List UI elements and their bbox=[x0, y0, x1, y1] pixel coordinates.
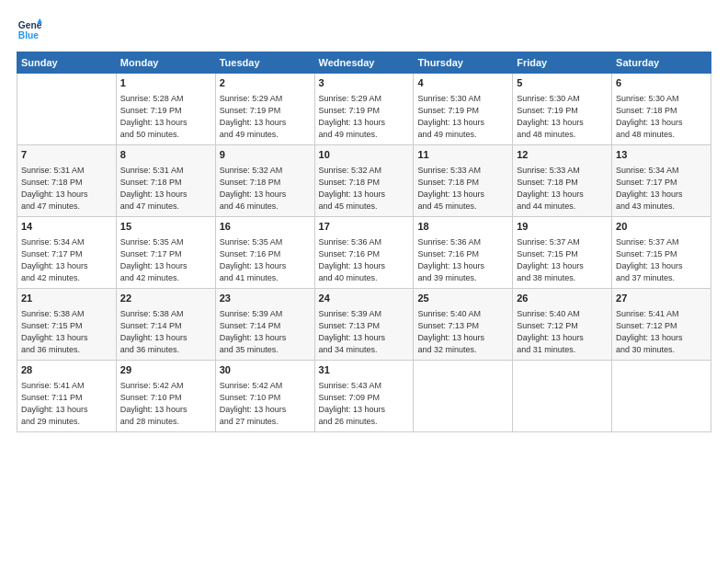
svg-text:Blue: Blue bbox=[18, 30, 40, 40]
column-header-tuesday: Tuesday bbox=[215, 52, 314, 74]
cell-info: Sunrise: 5:33 AM bbox=[417, 165, 508, 177]
calendar-cell: 15Sunrise: 5:35 AMSunset: 7:17 PMDayligh… bbox=[116, 217, 215, 289]
cell-info: Daylight: 13 hours bbox=[517, 260, 608, 272]
calendar-cell: 22Sunrise: 5:38 AMSunset: 7:14 PMDayligh… bbox=[116, 289, 215, 361]
cell-info: and 32 minutes. bbox=[417, 344, 508, 356]
column-header-friday: Friday bbox=[513, 52, 612, 74]
cell-info: and 26 minutes. bbox=[319, 416, 410, 428]
cell-info: Sunrise: 5:42 AM bbox=[120, 380, 211, 392]
cell-info: and 42 minutes. bbox=[21, 272, 112, 284]
cell-info: Sunrise: 5:33 AM bbox=[517, 165, 608, 177]
logo-icon: General Blue bbox=[17, 17, 42, 42]
cell-info: Daylight: 13 hours bbox=[319, 404, 410, 416]
cell-info: Sunrise: 5:34 AM bbox=[616, 165, 707, 177]
cell-info: Sunrise: 5:43 AM bbox=[319, 380, 410, 392]
cell-info: and 49 minutes. bbox=[417, 129, 508, 141]
cell-info: Daylight: 13 hours bbox=[21, 332, 112, 344]
calendar-cell: 1Sunrise: 5:28 AMSunset: 7:19 PMDaylight… bbox=[116, 74, 215, 145]
day-number: 6 bbox=[616, 76, 707, 91]
day-number: 28 bbox=[21, 363, 112, 378]
day-number: 17 bbox=[319, 220, 410, 235]
calendar-cell: 26Sunrise: 5:40 AMSunset: 7:12 PMDayligh… bbox=[513, 289, 612, 361]
cell-info: and 45 minutes. bbox=[417, 201, 508, 213]
calendar-cell bbox=[414, 361, 513, 432]
day-number: 13 bbox=[616, 148, 707, 163]
cell-info: Sunset: 7:19 PM bbox=[120, 105, 211, 117]
cell-info: Daylight: 13 hours bbox=[220, 189, 311, 201]
day-number: 31 bbox=[319, 363, 410, 378]
cell-info: Sunrise: 5:42 AM bbox=[220, 380, 311, 392]
cell-info: Sunrise: 5:36 AM bbox=[417, 236, 508, 248]
calendar-cell bbox=[17, 74, 117, 145]
calendar-cell: 27Sunrise: 5:41 AMSunset: 7:12 PMDayligh… bbox=[612, 289, 711, 361]
cell-info: and 29 minutes. bbox=[21, 416, 112, 428]
calendar-cell: 12Sunrise: 5:33 AMSunset: 7:18 PMDayligh… bbox=[513, 145, 612, 217]
header: General Blue bbox=[17, 17, 711, 42]
cell-info: Sunrise: 5:35 AM bbox=[120, 236, 211, 248]
cell-info: and 47 minutes. bbox=[21, 201, 112, 213]
cell-info: and 27 minutes. bbox=[220, 416, 311, 428]
cell-info: Sunrise: 5:34 AM bbox=[21, 236, 112, 248]
cell-info: Sunset: 7:18 PM bbox=[417, 177, 508, 189]
column-header-thursday: Thursday bbox=[414, 52, 513, 74]
cell-info: Sunset: 7:19 PM bbox=[417, 105, 508, 117]
cell-info: and 44 minutes. bbox=[517, 201, 608, 213]
cell-info: Sunrise: 5:30 AM bbox=[616, 93, 707, 105]
cell-info: and 30 minutes. bbox=[616, 344, 707, 356]
cell-info: Daylight: 13 hours bbox=[517, 117, 608, 129]
cell-info: Sunset: 7:19 PM bbox=[517, 105, 608, 117]
cell-info: Daylight: 13 hours bbox=[120, 260, 211, 272]
cell-info: Daylight: 13 hours bbox=[517, 332, 608, 344]
cell-info: Sunset: 7:19 PM bbox=[319, 105, 410, 117]
day-number: 1 bbox=[120, 76, 211, 91]
cell-info: Sunset: 7:16 PM bbox=[319, 248, 410, 260]
cell-info: Daylight: 13 hours bbox=[21, 260, 112, 272]
calendar-cell: 7Sunrise: 5:31 AMSunset: 7:18 PMDaylight… bbox=[17, 145, 117, 217]
cell-info: Sunrise: 5:40 AM bbox=[417, 308, 508, 320]
day-number: 19 bbox=[517, 220, 608, 235]
day-number: 4 bbox=[417, 76, 508, 91]
cell-info: Sunrise: 5:31 AM bbox=[120, 165, 211, 177]
calendar-cell: 11Sunrise: 5:33 AMSunset: 7:18 PMDayligh… bbox=[414, 145, 513, 217]
cell-info: and 39 minutes. bbox=[417, 272, 508, 284]
cell-info: Daylight: 13 hours bbox=[319, 332, 410, 344]
cell-info: Daylight: 13 hours bbox=[616, 189, 707, 201]
cell-info: Sunset: 7:15 PM bbox=[517, 248, 608, 260]
calendar-cell: 25Sunrise: 5:40 AMSunset: 7:13 PMDayligh… bbox=[414, 289, 513, 361]
cell-info: Sunrise: 5:40 AM bbox=[517, 308, 608, 320]
day-number: 25 bbox=[417, 292, 508, 306]
cell-info: Sunrise: 5:37 AM bbox=[616, 236, 707, 248]
cell-info: Sunset: 7:14 PM bbox=[220, 320, 311, 332]
cell-info: and 28 minutes. bbox=[120, 416, 211, 428]
day-number: 21 bbox=[21, 292, 112, 306]
cell-info: and 47 minutes. bbox=[120, 201, 211, 213]
cell-info: Sunrise: 5:38 AM bbox=[21, 308, 112, 320]
cell-info: Sunset: 7:14 PM bbox=[120, 320, 211, 332]
day-number: 29 bbox=[120, 363, 211, 378]
cell-info: Sunset: 7:10 PM bbox=[120, 392, 211, 404]
column-header-sunday: Sunday bbox=[17, 52, 117, 74]
calendar-cell: 23Sunrise: 5:39 AMSunset: 7:14 PMDayligh… bbox=[215, 289, 314, 361]
cell-info: Daylight: 13 hours bbox=[220, 117, 311, 129]
week-row-5: 28Sunrise: 5:41 AMSunset: 7:11 PMDayligh… bbox=[17, 361, 711, 432]
cell-info: Sunset: 7:18 PM bbox=[120, 177, 211, 189]
cell-info: Sunset: 7:17 PM bbox=[21, 248, 112, 260]
cell-info: Daylight: 13 hours bbox=[319, 117, 410, 129]
cell-info: Daylight: 13 hours bbox=[616, 260, 707, 272]
cell-info: and 36 minutes. bbox=[21, 344, 112, 356]
day-number: 2 bbox=[220, 76, 311, 91]
cell-info: Daylight: 13 hours bbox=[319, 189, 410, 201]
cell-info: and 35 minutes. bbox=[220, 344, 311, 356]
calendar-cell: 9Sunrise: 5:32 AMSunset: 7:18 PMDaylight… bbox=[215, 145, 314, 217]
cell-info: Sunset: 7:10 PM bbox=[220, 392, 311, 404]
calendar-cell: 2Sunrise: 5:29 AMSunset: 7:19 PMDaylight… bbox=[215, 74, 314, 145]
cell-info: Sunrise: 5:32 AM bbox=[319, 165, 410, 177]
calendar-cell: 20Sunrise: 5:37 AMSunset: 7:15 PMDayligh… bbox=[612, 217, 711, 289]
cell-info: Sunrise: 5:37 AM bbox=[517, 236, 608, 248]
cell-info: Sunrise: 5:30 AM bbox=[417, 93, 508, 105]
cell-info: Daylight: 13 hours bbox=[616, 332, 707, 344]
cell-info: Sunset: 7:17 PM bbox=[616, 177, 707, 189]
cell-info: and 34 minutes. bbox=[319, 344, 410, 356]
cell-info: Sunrise: 5:36 AM bbox=[319, 236, 410, 248]
cell-info: Sunrise: 5:29 AM bbox=[319, 93, 410, 105]
